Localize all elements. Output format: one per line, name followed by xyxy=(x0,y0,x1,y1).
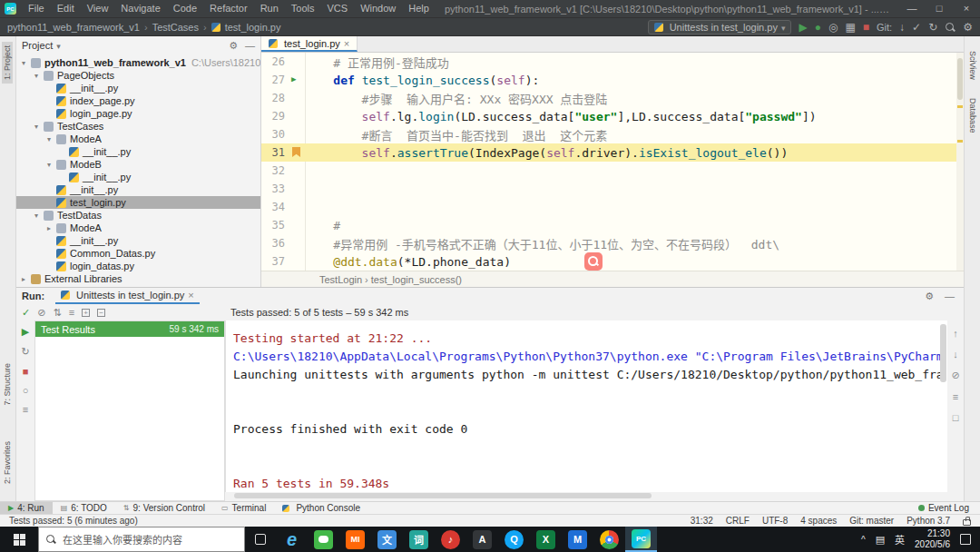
bookmark-gutter-icon[interactable] xyxy=(292,147,300,157)
taskbar-app-music[interactable]: ♪ xyxy=(435,527,466,552)
line-number[interactable]: 37 xyxy=(261,255,289,268)
collapse-all-icon[interactable]: − xyxy=(97,309,105,317)
indent-selector[interactable]: 4 spaces xyxy=(800,516,837,526)
git-update-icon[interactable]: ↓ xyxy=(899,19,905,35)
taskbar-app-chrome[interactable] xyxy=(593,527,625,552)
git-branch-selector[interactable]: Git: master xyxy=(849,516,894,526)
toolwindow-terminal[interactable]: ▭ Terminal xyxy=(213,502,274,515)
search-everywhere-icon[interactable] xyxy=(945,22,956,33)
breadcrumb-testcases[interactable]: TestCases xyxy=(152,22,199,33)
breadcrumb-project[interactable]: python11_web_framework_v1 xyxy=(7,22,140,33)
menu-run[interactable]: Run xyxy=(254,0,285,17)
close-button[interactable]: × xyxy=(953,0,980,17)
tool-stripe-database[interactable]: Database xyxy=(967,94,978,137)
rerun-tests-icon[interactable]: ▶ xyxy=(22,326,29,338)
project-settings-gear-icon[interactable] xyxy=(229,40,238,52)
show-passed-icon[interactable]: ✓ xyxy=(22,307,30,319)
taskbar-app-pycharm-active[interactable]: PC xyxy=(625,527,657,552)
input-language-indicator[interactable]: 英 xyxy=(895,532,905,547)
close-tab-icon[interactable] xyxy=(344,38,349,49)
warning-stripe-mark[interactable] xyxy=(957,105,963,108)
line-number[interactable]: 31 xyxy=(261,146,289,159)
line-number[interactable]: 30 xyxy=(261,128,289,141)
debug-button[interactable]: ● xyxy=(815,19,821,35)
git-commit-icon[interactable]: ✓ xyxy=(912,19,921,35)
code-line-29[interactable]: 29 self.lg.login(LD.success_data["user"]… xyxy=(261,107,956,125)
tree-item-index-page[interactable]: index_page.py xyxy=(16,94,260,107)
taskbar-app-qq[interactable]: Q xyxy=(498,527,530,552)
task-view-button[interactable] xyxy=(245,527,276,552)
run-console[interactable]: Testing started at 21:22 ... C:\Users\18… xyxy=(225,320,947,492)
tree-item-pageobjects[interactable]: PageObjects xyxy=(16,69,260,82)
toolwindow-run[interactable]: ▶ 4: Run xyxy=(0,502,53,515)
show-ignored-icon[interactable]: ⊘ xyxy=(37,307,45,319)
code-line-36[interactable]: 36 #异常用例 -手机号格式不正确（大于11位、小于11位、为空、不在号码段）… xyxy=(261,234,956,252)
settings-gear-icon[interactable]: ⚙ xyxy=(963,19,973,35)
taskbar-app-excel[interactable]: X xyxy=(530,527,562,552)
menu-navigate[interactable]: Navigate xyxy=(114,0,166,17)
minimize-button[interactable]: — xyxy=(898,0,926,17)
code-line-28[interactable]: 28 #步骤 输入用户名: XXx 密码XXX 点击登陆 xyxy=(261,89,956,107)
scroll-up-icon[interactable]: ↑ xyxy=(953,328,958,339)
line-number[interactable]: 34 xyxy=(261,201,289,213)
tree-item-external-libraries[interactable]: External Libraries xyxy=(16,272,260,285)
menu-help[interactable]: Help xyxy=(402,0,436,17)
menu-view[interactable]: View xyxy=(81,0,115,17)
tree-item-init-py[interactable]: __init__.py xyxy=(16,82,260,94)
tree-item-modeb[interactable]: ModeB xyxy=(16,158,260,171)
coverage-button[interactable]: ◎ xyxy=(828,19,838,35)
hide-panel-icon[interactable] xyxy=(945,291,955,302)
run-settings-gear-icon[interactable] xyxy=(925,291,934,302)
taskbar-app-mail[interactable]: M xyxy=(562,527,593,552)
start-button[interactable] xyxy=(0,527,38,552)
stop-process-icon[interactable]: ■ xyxy=(23,366,29,377)
encoding-selector[interactable]: UTF-8 xyxy=(762,516,788,526)
toolwindow-todo[interactable]: ▤ 6: TODO xyxy=(53,502,115,515)
run-tab-unittests[interactable]: Unittests in test_login.py xyxy=(55,288,200,304)
taskbar-app-wechat[interactable] xyxy=(308,527,339,552)
menu-code[interactable]: Code xyxy=(167,0,203,17)
taskbar-search-box[interactable]: 在这里输入你要搜索的内容 xyxy=(38,527,245,552)
warning-stripe-mark[interactable] xyxy=(957,140,963,143)
taskbar-app-edge[interactable]: e xyxy=(276,527,308,552)
line-number[interactable]: 27 xyxy=(261,74,289,86)
pin-tab-icon[interactable]: ≡ xyxy=(23,404,28,415)
editor-scrollbar[interactable] xyxy=(956,53,964,271)
line-ending-selector[interactable]: CRLF xyxy=(726,516,750,526)
test-results-row-selected[interactable]: Test Results 59 s 342 ms xyxy=(35,321,224,337)
console-horizontal-scrollbar[interactable] xyxy=(234,493,652,498)
code-line-30[interactable]: 30 #断言 首页当中-能否找到 退出 这个元素 xyxy=(261,125,956,143)
scroll-to-end-icon[interactable]: ≡ xyxy=(953,391,958,402)
line-number[interactable]: 33 xyxy=(261,182,289,195)
close-tab-icon[interactable] xyxy=(188,290,193,301)
tray-app-icon[interactable]: ▤ xyxy=(876,534,885,546)
caret-position[interactable]: 31:32 xyxy=(691,516,713,526)
menu-file[interactable]: File xyxy=(22,0,51,17)
breadcrumb-file[interactable]: test_login.py xyxy=(225,22,281,33)
line-number[interactable]: 35 xyxy=(261,219,289,232)
tree-item-modea-testdatas[interactable]: ModeA xyxy=(16,222,260,234)
tree-item-common-datas[interactable]: Common_Datas.py xyxy=(16,247,260,260)
collapse-arrow-icon[interactable] xyxy=(22,275,31,283)
editor[interactable]: test_login.py 26 # 正常用例-登陆成功 27 def test… xyxy=(261,36,964,287)
menu-refactor[interactable]: Refactor xyxy=(203,0,254,17)
taskbar-app-xiaomi[interactable]: MI xyxy=(339,527,371,552)
line-number[interactable]: 26 xyxy=(261,55,289,68)
expand-arrow-icon[interactable] xyxy=(34,72,44,80)
expand-arrow-icon[interactable] xyxy=(47,135,56,143)
toolwindow-python-console[interactable]: Python Console xyxy=(274,502,368,515)
tree-item-testcases[interactable]: TestCases xyxy=(16,120,260,133)
tool-stripe-project[interactable]: 1: Project xyxy=(2,42,13,84)
tool-stripe-structure[interactable]: 7: Structure xyxy=(2,360,13,409)
tree-item-login-datas[interactable]: login_datas.py xyxy=(16,260,260,272)
options-menu-icon[interactable]: ≡ xyxy=(69,307,74,318)
tree-item-testdatas[interactable]: TestDatas xyxy=(16,209,260,222)
menu-window[interactable]: Window xyxy=(354,0,402,17)
soft-wrap-icon[interactable]: ⊘ xyxy=(951,370,959,381)
tree-item-login-page[interactable]: login_page.py xyxy=(16,107,260,120)
code-line-35[interactable]: 35 # xyxy=(261,216,956,234)
code-line-32[interactable]: 32 xyxy=(261,162,956,180)
tree-item-init-py[interactable]: __init__.py xyxy=(16,183,260,196)
stop-button[interactable]: ■ xyxy=(863,19,869,35)
expand-arrow-icon[interactable] xyxy=(34,212,44,220)
